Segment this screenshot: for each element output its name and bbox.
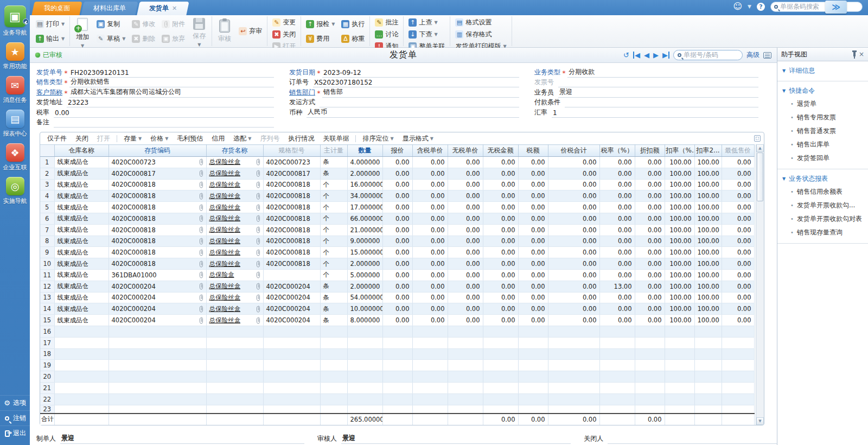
cell-tax-rate[interactable] <box>599 326 635 337</box>
last-record-icon[interactable]: ▶ <box>662 52 669 59</box>
cell-tax[interactable] <box>518 371 548 383</box>
cell-rate1[interactable]: 100.00 <box>665 281 694 292</box>
cell-item-name[interactable]: 总保险丝盒 <box>206 190 263 202</box>
cell-rownum[interactable]: 3 <box>40 179 54 190</box>
dropdown-caret-icon[interactable]: ▼ <box>197 42 201 47</box>
打印-button[interactable]: ▤打印▼ <box>34 18 67 30</box>
cell-item-code[interactable]: 4020C000723 <box>108 157 206 168</box>
column-header-amount[interactable]: 无税金额 <box>483 145 518 157</box>
grid-tool-价格[interactable]: 价格▼ <box>146 134 172 144</box>
cell-discount[interactable]: 0.00 <box>635 213 665 224</box>
cell-item-code[interactable]: 4020C000818 <box>108 236 206 247</box>
cell-total[interactable]: 0.00 <box>548 292 599 303</box>
cell-item-name[interactable]: 总保险丝盒 <box>206 236 263 247</box>
cell-unit[interactable]: 个 <box>320 190 347 202</box>
cell-tax[interactable]: 0.00 <box>518 292 548 303</box>
barcode-search-box[interactable]: 单据条码搜索 ≫ <box>770 2 863 12</box>
cell-total[interactable] <box>548 360 599 371</box>
cell-rate2[interactable] <box>694 348 722 360</box>
cell-unit[interactable] <box>320 371 347 383</box>
保存格式-button[interactable]: ▥保存格式 <box>453 29 508 40</box>
cell-spec[interactable]: 4020C000818 <box>263 213 320 224</box>
cell-tax[interactable]: 0.00 <box>518 315 548 326</box>
cell-quote[interactable]: 0.00 <box>382 303 412 315</box>
cell-tax-rate[interactable] <box>599 348 635 360</box>
cell-discount[interactable]: 0.00 <box>635 315 665 326</box>
field-value[interactable]: FH202309120131 <box>69 69 274 78</box>
cell-discount[interactable] <box>635 326 665 337</box>
cell-amount[interactable] <box>483 337 518 348</box>
下查-button[interactable]: ↓下查▼ <box>406 29 447 40</box>
cell-tax-rate[interactable]: 13.00 <box>599 281 635 292</box>
cell-min-price[interactable] <box>722 393 754 405</box>
dropdown-caret-icon[interactable]: ▼ <box>165 136 168 141</box>
list-view-icon[interactable] <box>763 52 771 59</box>
cell-min-price[interactable]: 0.00 <box>722 303 754 315</box>
cell-rate2[interactable] <box>694 382 722 393</box>
cell-quote[interactable]: 0.00 <box>382 179 412 190</box>
cell-rate1[interactable]: 100.00 <box>665 292 694 303</box>
cell-rownum[interactable]: 6 <box>40 213 54 224</box>
cell-spec[interactable]: 4020C000204 <box>263 315 320 326</box>
grid-tool-仅子件[interactable]: 仅子件 <box>43 134 71 144</box>
cell-rate2[interactable] <box>694 393 722 405</box>
tab-close-icon[interactable]: ✕ <box>172 5 177 12</box>
cell-rate1[interactable]: 100.00 <box>665 202 694 213</box>
执行-button[interactable]: ▦执行 <box>339 18 367 30</box>
cell-price[interactable] <box>448 393 483 405</box>
cell-rate2[interactable]: 100.00 <box>694 168 722 179</box>
cell-item-name[interactable]: 总保险丝盒 <box>206 292 263 303</box>
dropdown-caret-icon[interactable]: ▼ <box>61 22 65 27</box>
cell-rownum[interactable]: 11 <box>40 269 54 281</box>
cell-tax[interactable] <box>518 393 548 405</box>
cell-amount[interactable] <box>483 360 518 371</box>
cell-rate1[interactable] <box>665 405 694 414</box>
assistant-link-销售现存量查询[interactable]: •销售现存量查询 <box>777 226 868 239</box>
cell-unit[interactable] <box>320 348 347 360</box>
cell-item-name[interactable]: 总保险丝盒 <box>206 258 263 270</box>
cell-item-name[interactable] <box>206 393 263 405</box>
cell-rate2[interactable]: 100.00 <box>694 213 722 224</box>
cell-amount[interactable]: 0.00 <box>483 269 518 281</box>
cell-rownum[interactable]: 18 <box>40 348 54 360</box>
输出-button[interactable]: ↑输出▼ <box>34 33 67 44</box>
cell-spec[interactable]: 4020C000818 <box>263 190 320 202</box>
cell-item-code[interactable]: 4020C000818 <box>108 247 206 258</box>
cell-tax-rate[interactable] <box>599 405 635 414</box>
cell-qty[interactable]: 9.000000 <box>347 236 382 247</box>
cell-rate2[interactable] <box>694 405 722 414</box>
cell-tax-rate[interactable]: 0.00 <box>599 179 635 190</box>
cell-rate1[interactable]: 100.00 <box>665 269 694 281</box>
cell-min-price[interactable]: 0.00 <box>722 179 754 190</box>
smiley-dropdown-caret[interactable]: ▼ <box>748 4 751 9</box>
cell-amount[interactable]: 0.00 <box>483 281 518 292</box>
cell-rate2[interactable]: 100.00 <box>694 281 722 292</box>
cell-rownum[interactable]: 4 <box>40 190 54 202</box>
cell-quote[interactable]: 0.00 <box>382 168 412 179</box>
cell-total[interactable]: 0.00 <box>548 202 599 213</box>
column-header-unit[interactable]: 主计量 <box>320 145 347 157</box>
cell-total[interactable]: 0.00 <box>548 247 599 258</box>
cell-spec[interactable]: 4020C000818 <box>263 202 320 213</box>
cell-item-name[interactable]: 总保险丝盒 <box>206 157 263 168</box>
cell-rate1[interactable]: 100.00 <box>665 247 694 258</box>
cell-warehouse[interactable]: 线束成品仓 <box>54 303 108 315</box>
cell-tax-rate[interactable]: 0.00 <box>599 292 635 303</box>
cell-quote[interactable]: 0.00 <box>382 190 412 202</box>
cell-item-name[interactable]: 总保险丝盒 <box>206 303 263 315</box>
cell-price[interactable] <box>448 405 483 414</box>
cell-warehouse[interactable] <box>54 405 108 414</box>
field-value[interactable]: 1 <box>552 109 758 118</box>
cell-total[interactable]: 0.00 <box>548 213 599 224</box>
cell-amount[interactable]: 0.00 <box>483 236 518 247</box>
cell-price[interactable]: 0.00 <box>448 281 483 292</box>
column-header-min-price[interactable]: 最低售价 <box>722 145 754 157</box>
cell-rate2[interactable]: 100.00 <box>694 202 722 213</box>
关闭-button[interactable]: ✖关闭 <box>270 29 298 40</box>
cell-discount[interactable] <box>635 337 665 348</box>
cell-spec[interactable]: 4020C000723 <box>263 157 320 168</box>
dropdown-caret-icon[interactable]: ▼ <box>61 36 65 41</box>
cell-rate2[interactable]: 100.00 <box>694 236 722 247</box>
cell-amount[interactable] <box>483 393 518 405</box>
cell-tax-rate[interactable]: 0.00 <box>599 168 635 179</box>
